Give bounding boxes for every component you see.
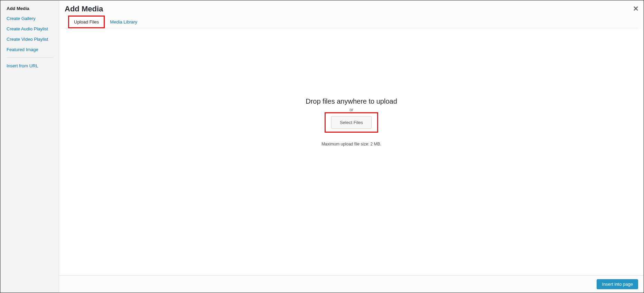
header: Add Media Upload Files Media Library (59, 0, 644, 28)
sidebar-title: Add Media (7, 6, 53, 11)
tabs: Upload Files Media Library (65, 16, 638, 28)
upload-content: Drop files anywhere to upload or Select … (59, 28, 644, 275)
max-upload-size-text: Maximum upload file size: 2 MB. (321, 142, 381, 146)
select-files-highlight: Select Files (325, 112, 378, 133)
sidebar-link-featured-image[interactable]: Featured Image (7, 47, 53, 52)
sidebar: Add Media Create Gallery Create Audio Pl… (0, 0, 59, 293)
tab-upload-files[interactable]: Upload Files (68, 16, 105, 28)
sidebar-link-insert-from-url[interactable]: Insert from URL (7, 63, 53, 68)
close-icon: ✕ (633, 5, 639, 12)
insert-into-page-button[interactable]: Insert into page (597, 279, 638, 289)
select-files-button[interactable]: Select Files (331, 116, 372, 129)
page-title: Add Media (65, 4, 638, 13)
close-button[interactable]: ✕ (633, 4, 639, 13)
sidebar-link-create-gallery[interactable]: Create Gallery (7, 16, 53, 21)
sidebar-link-create-video-playlist[interactable]: Create Video Playlist (7, 37, 53, 42)
or-text: or (349, 107, 353, 112)
sidebar-divider (7, 57, 53, 58)
sidebar-link-create-audio-playlist[interactable]: Create Audio Playlist (7, 26, 53, 31)
main: ✕ Add Media Upload Files Media Library D… (59, 0, 644, 293)
footer: Insert into page (59, 275, 644, 293)
tab-media-library[interactable]: Media Library (105, 16, 142, 28)
drop-files-text: Drop files anywhere to upload (306, 97, 397, 105)
